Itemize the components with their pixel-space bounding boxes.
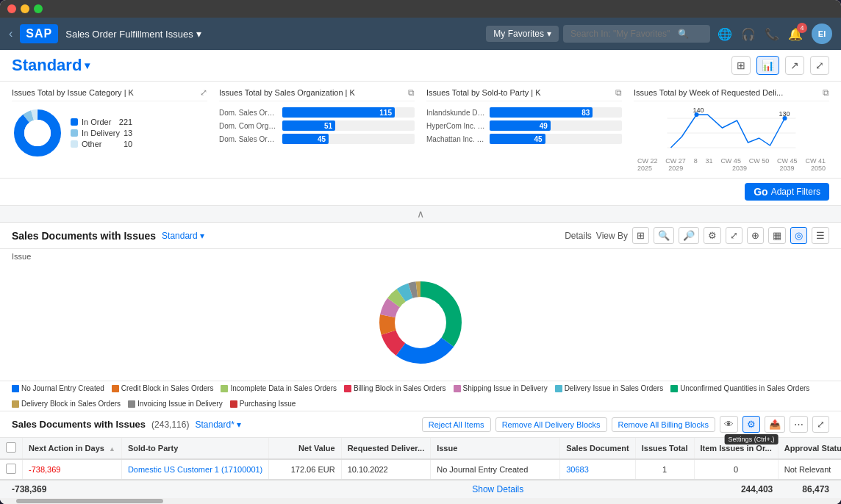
table-settings-button[interactable]: ⚙ Settings (Ctrl+,) xyxy=(742,416,760,433)
bar-row-0: Dom. Sales Org ... 115 xyxy=(219,107,415,118)
search-input[interactable] xyxy=(570,29,673,39)
globe-icon[interactable]: 🌐 xyxy=(717,27,732,41)
x-label-0: CW 22 xyxy=(637,157,658,165)
cell-checkbox-0[interactable] xyxy=(0,459,23,479)
table-standard-dropdown[interactable]: Standard* ▾ xyxy=(195,420,240,430)
chart-card-sales-org: Issues Total by Sales Organization | K ⧉… xyxy=(219,87,415,144)
cell-issue-0: No Journal Entry Created xyxy=(431,459,560,479)
table-title: Sales Documents with Issues xyxy=(12,419,146,430)
minimize-button[interactable] xyxy=(21,4,29,13)
user-avatar[interactable]: EI xyxy=(812,24,832,44)
svg-text:130: 130 xyxy=(779,110,790,118)
legend-dot-shipping xyxy=(454,385,461,392)
table-eye-button[interactable]: 👁 xyxy=(720,416,738,433)
phone-icon[interactable]: 📞 xyxy=(765,27,779,41)
col-req-date[interactable]: Requested Deliver... xyxy=(341,438,431,459)
chevron-down-icon: ▾ xyxy=(200,231,204,241)
chart-legend-1: In Order 221 In Delivery 13 Other 10 xyxy=(71,118,132,148)
legend-dot-incomplete xyxy=(221,385,228,392)
back-button[interactable]: ‹ xyxy=(9,27,12,40)
reject-all-button[interactable]: Reject All Items xyxy=(422,417,491,432)
collapse-bar[interactable]: ∧ xyxy=(0,206,841,223)
bar-value-st-0: 83 xyxy=(581,109,590,117)
legend-shipping: Shipping Issue in Delivery xyxy=(454,384,548,392)
col-next-action[interactable]: Next Action in Days ▲ xyxy=(23,438,122,459)
donut-chart-button[interactable]: ◎ xyxy=(790,227,807,244)
table-more-button[interactable]: ⋯ xyxy=(790,416,808,433)
fullscreen-button[interactable]: ⊕ xyxy=(747,227,764,244)
bar-value-0: 115 xyxy=(379,109,392,117)
table-export-button[interactable]: 📤 xyxy=(765,416,785,433)
legend-dot-unconfirmed xyxy=(670,385,678,392)
bar-track-st-1: 49 xyxy=(490,120,622,131)
table-container: Next Action in Days ▲ Sold-to Party Net … xyxy=(0,438,841,479)
chart-view-button[interactable]: 📊 xyxy=(756,56,779,75)
zoom-out-button[interactable]: 🔎 xyxy=(679,227,699,244)
legend-label-billing: Billing Block in Sales Orders xyxy=(354,384,446,392)
bar-label-2: Dom. Sales Org .... xyxy=(219,135,278,143)
cell-sold-to-0[interactable]: Domestic US Customer 1 (17100001) xyxy=(121,459,268,479)
chart-card-issue-category: Issues Total by Issue Category | K ⤢ xyxy=(12,87,207,159)
adapt-filters-button[interactable]: Go Adapt Filters xyxy=(745,183,829,201)
bell-icon[interactable]: 🔔 4 xyxy=(788,27,803,41)
x-label-6: CW 45 xyxy=(777,157,798,165)
bar-fill-2: 45 xyxy=(282,134,329,144)
chart-title-text-1: Issues Total by Issue Category | K xyxy=(12,88,134,97)
svg-point-3 xyxy=(24,120,51,146)
chevron-down-icon: ▾ xyxy=(547,29,551,39)
expand-view-button[interactable]: ⤢ xyxy=(726,227,742,244)
table-actions: Reject All Items Remove All Delivery Blo… xyxy=(422,416,829,433)
bar-row-1: Dom. Com Org .... 51 xyxy=(219,120,415,131)
chart-title-3: Issues Total by Sold-to Party | K ⧉ xyxy=(426,87,622,101)
col-net-value[interactable]: Net Value xyxy=(269,438,341,459)
export-button[interactable]: ↗ xyxy=(785,56,804,75)
chart-expand-icon-4[interactable]: ⧉ xyxy=(823,87,829,98)
legend-item-2: Other 10 xyxy=(71,140,132,148)
col-sold-to[interactable]: Sold-to Party xyxy=(121,438,268,459)
maximize-button[interactable] xyxy=(34,4,43,13)
horizontal-scrollbar[interactable] xyxy=(0,498,841,504)
table-expand-button[interactable]: ⤢ xyxy=(812,416,829,433)
col-sales-doc[interactable]: Sales Document xyxy=(560,438,636,459)
legend-dot-invoicing xyxy=(128,400,135,408)
settings-view-button[interactable]: ⚙ xyxy=(704,227,721,244)
bar-track-st-2: 45 xyxy=(490,134,622,144)
footer-num2: 86,473 xyxy=(802,484,829,494)
col-checkbox[interactable] xyxy=(0,438,23,459)
cell-net-value-0: 172.06 EUR xyxy=(269,459,341,479)
zoom-in-button[interactable]: 🔍 xyxy=(654,227,674,244)
legend-dot-billing xyxy=(344,385,351,392)
headset-icon[interactable]: 🎧 xyxy=(741,27,756,41)
bar-label-st-0: Inlandskunde D.... xyxy=(426,109,485,117)
bar-row-st-0: Inlandskunde D.... 83 xyxy=(426,107,622,118)
favorites-button[interactable]: My Favorites ▾ xyxy=(486,26,559,42)
grid-view-button[interactable]: ⊞ xyxy=(731,56,751,75)
bar-chart-button[interactable]: ▦ xyxy=(768,227,786,244)
close-button[interactable] xyxy=(7,4,16,13)
cell-approval-0: Not Relevant xyxy=(778,459,841,479)
page-heading[interactable]: Standard ▾ xyxy=(12,56,90,75)
table-count: (243,116) xyxy=(151,420,189,430)
remove-billing-button[interactable]: Remove All Billing Blocks xyxy=(612,417,716,432)
chart-expand-icon-3[interactable]: ⧉ xyxy=(615,87,622,98)
sales-docs-header: Sales Documents with Issues Standard ▾ D… xyxy=(0,223,841,249)
chart-expand-icon-2[interactable]: ⧉ xyxy=(408,87,415,98)
show-details-link[interactable]: Show Details xyxy=(255,484,741,494)
sap-logo[interactable]: SAP xyxy=(20,24,58,43)
col-issues-total[interactable]: Issues Total xyxy=(635,438,694,459)
expand-button[interactable]: ⤢ xyxy=(810,56,829,75)
x-label-1: CW 27 xyxy=(665,157,686,165)
scrollbar-thumb[interactable] xyxy=(16,499,163,503)
cell-sales-doc-0[interactable]: 30683 xyxy=(560,459,636,479)
sales-docs-standard[interactable]: Standard ▾ xyxy=(162,231,204,241)
col-approval[interactable]: Approval Status xyxy=(778,438,841,459)
remove-delivery-button[interactable]: Remove All Delivery Blocks xyxy=(495,417,607,432)
page-title-nav: Sales Order Fulfillment Issues ▾ xyxy=(65,28,479,40)
legend-dot-credit xyxy=(112,385,119,392)
chart-expand-icon-1[interactable]: ⤢ xyxy=(200,87,207,98)
x-sublabel-1: 2029 xyxy=(668,165,683,172)
list-view-button[interactable]: ☰ xyxy=(812,227,829,244)
table-view-button[interactable]: ⊞ xyxy=(632,227,649,244)
col-issue[interactable]: Issue xyxy=(431,438,560,459)
chart-title-1: Issues Total by Issue Category | K ⤢ xyxy=(12,87,207,101)
